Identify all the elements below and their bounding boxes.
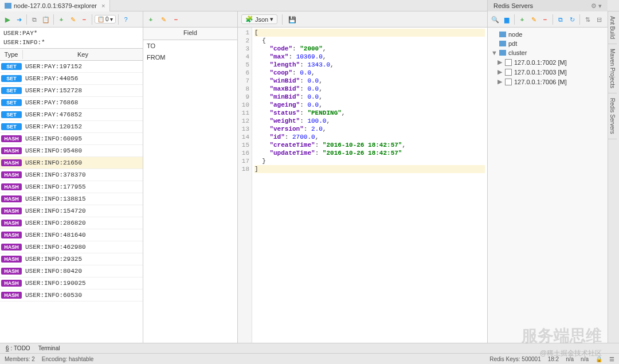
edit-icon[interactable]: ✎ [528,14,539,25]
help-icon[interactable]: ? [121,14,131,25]
tree-item[interactable]: node [490,30,617,39]
key-cell: USER:INFO:154720 [23,206,143,216]
table-row[interactable]: HASHUSER:INFO:462980 [0,241,143,253]
type-badge: SET [1,111,22,118]
chevron-icon: ▶ [497,68,503,76]
type-badge: HASH [1,171,22,178]
remove-icon[interactable]: − [171,14,181,25]
table-row[interactable]: HASHUSER:INFO:80420 [0,265,143,277]
table-row[interactable]: HASHUSER:INFO:60095 [0,133,143,145]
type-badge: SET [1,87,22,94]
add-icon[interactable]: + [56,14,66,25]
table-row[interactable]: SETUSER:PAY:152728 [0,85,143,97]
key-cell: USER:INFO:60530 [23,291,143,300]
table-row[interactable]: SETUSER:PAY:476852 [0,109,143,121]
add-icon[interactable]: + [517,14,527,25]
remove-icon[interactable]: − [79,14,89,25]
side-tabs: Ant BuildMaven ProjectsRedis Servers [608,11,619,343]
server-tree[interactable]: nodepdt▼cluster▶127.0.0.1:7002 [M]▶127.0… [488,28,619,89]
type-badge: HASH [1,208,22,214]
sort-icon[interactable]: ⇅ [582,14,593,25]
field-item[interactable]: TO [143,40,237,52]
save-icon[interactable]: 💾 [287,14,297,25]
chevron-icon: ▶ [497,78,503,85]
table-row[interactable]: HASHUSER:INFO:138815 [0,193,143,205]
edit-icon[interactable]: ✎ [68,14,78,25]
col-key-header: Key [23,50,143,59]
table-row[interactable]: HASHUSER:INFO:95480 [0,145,143,157]
pattern-item[interactable]: USER:PAY* [1,29,142,38]
table-row[interactable]: HASHUSER:INFO:29325 [0,253,143,265]
menu-icon[interactable]: ☰ [609,356,614,362]
table-row[interactable]: HASHUSER:INFO:190025 [0,277,143,289]
search-icon[interactable]: 🔍 [490,14,500,25]
status-na2: n/a [581,356,589,362]
paste-icon[interactable]: 📋 [41,14,51,25]
forward-icon[interactable]: ➜ [14,14,24,25]
remove-icon[interactable]: − [540,14,550,25]
type-badge: HASH [1,195,22,202]
bottom-tab[interactable]: 6: TODO [2,345,34,352]
tree-item[interactable]: pdt [490,39,617,48]
side-tab[interactable]: Maven Projects [608,44,617,93]
pattern-item[interactable]: USER:INFO:* [1,38,142,47]
tab-bar: node-127.0.0.1:6379-explorer × Redis Ser… [0,0,619,11]
table-row[interactable]: SETUSER:PAY:197152 [0,61,143,73]
table-row[interactable]: HASHUSER:INFO:177955 [0,181,143,193]
refresh-icon[interactable]: ↻ [567,14,577,25]
tree-item[interactable]: ▶127.0.0.1:7003 [M] [490,67,617,77]
tree-label: node [508,31,522,38]
key-cell: USER:INFO:21650 [23,158,143,167]
editor-tab[interactable]: node-127.0.0.1:6379-explorer × [0,0,110,11]
chevron-down-icon: ▾ [270,15,273,23]
db-icon [499,32,506,37]
db-icon[interactable]: ▆ [502,14,512,25]
tree-label: 127.0.0.1:7003 [M] [514,69,567,76]
copy-icon[interactable]: ⧉ [555,14,566,25]
field-list[interactable]: TOFROM [143,40,237,343]
table-row[interactable]: HASHUSER:INFO:378370 [0,169,143,181]
table-row[interactable]: SETUSER:PAY:76868 [0,97,143,109]
side-tab[interactable]: Ant Build [608,11,617,44]
run-icon[interactable]: ▶ [2,14,13,25]
tree-item[interactable]: ▼cluster [490,48,617,57]
table-row[interactable]: SETUSER:PAY:44056 [0,73,143,85]
srv-icon [505,59,512,66]
format-dropdown[interactable]: 🧩 Json ▾ [241,14,277,24]
type-badge: HASH [1,232,22,238]
key-cell: USER:PAY:76868 [23,98,143,107]
type-badge: HASH [1,183,22,190]
table-row[interactable]: SETUSER:PAY:120152 [0,121,143,133]
type-badge: HASH [1,135,22,142]
copy-icon[interactable]: ⧉ [29,14,40,25]
type-badge: HASH [1,220,22,226]
tree-item[interactable]: ▶127.0.0.1:7002 [M] [490,57,617,67]
key-table[interactable]: SETUSER:PAY:197152SETUSER:PAY:44056SETUS… [0,61,143,343]
add-icon[interactable]: + [146,14,156,25]
close-icon[interactable]: × [101,2,105,9]
col-type-header: Type [0,50,23,59]
srv-icon [505,79,512,85]
db-icon [499,50,506,56]
servers-panel-header: Redis Servers ⚙ ▾ [487,0,608,11]
lock-icon[interactable]: 🔒 [596,356,602,362]
gear-icon[interactable]: ⚙ ▾ [591,2,602,10]
status-rediskeys: Redis Keys: 500001 [489,356,541,362]
key-cell: USER:INFO:378370 [23,170,143,179]
table-row[interactable]: HASHUSER:INFO:21650 [0,157,143,169]
side-tab[interactable]: Redis Servers [608,93,617,139]
table-row[interactable]: HASHUSER:INFO:154720 [0,205,143,217]
field-item[interactable]: FROM [143,52,237,63]
code-editor[interactable]: 123456789101112131415161718 [ { "code": … [238,28,487,343]
tree-item[interactable]: ▶127.0.0.1:7006 [M] [490,77,617,87]
key-cell: USER:INFO:95480 [23,146,143,155]
code-text[interactable]: [ { "code": "2000", "max": 10369.0, "len… [252,28,487,343]
type-badge: HASH [1,292,22,299]
collapse-icon[interactable]: ⊟ [594,14,604,25]
table-row[interactable]: HASHUSER:INFO:481640 [0,229,143,241]
bottom-tab[interactable]: Terminal [35,345,64,352]
table-row[interactable]: HASHUSER:INFO:286820 [0,217,143,229]
table-row[interactable]: HASHUSER:INFO:60530 [0,289,143,302]
edit-icon[interactable]: ✎ [158,14,169,25]
count-dropdown[interactable]: 📋 0 ▾ [95,15,116,24]
